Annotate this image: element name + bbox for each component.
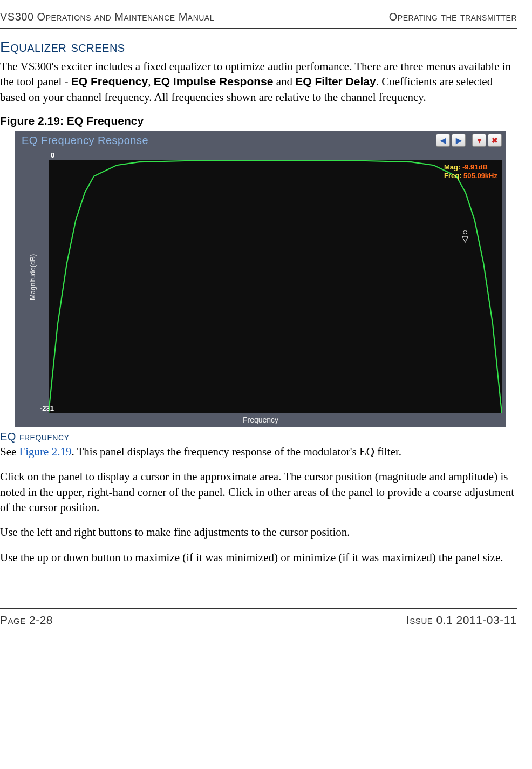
chart-plot-area[interactable]: Magnitude(dB) 0 -231 Mag: -9.91dB Freq: … (19, 150, 502, 413)
y-axis-gutter: Magnitude(dB) (19, 160, 49, 413)
intro-text-b: , (148, 75, 154, 88)
cursor-readout: Mag: -9.91dB Freq: 505.09kHz (444, 163, 497, 181)
chart-title: EQ Frequency Response (22, 134, 148, 147)
term-eq-impulse: EQ Impulse Response (154, 75, 274, 87)
readout-mag-label: Mag: (444, 163, 460, 171)
term-eq-frequency: EQ Frequency (71, 75, 148, 87)
intro-text-c: and (273, 75, 295, 88)
figure-caption: Figure 2.19: EQ Frequency (0, 114, 517, 127)
x-axis-label: Frequency (15, 413, 506, 427)
header-right: Operating the transmitter (389, 11, 517, 23)
body-p4: Use the left and right buttons to make f… (0, 525, 517, 540)
readout-freq-value: 505.09kHz (463, 172, 497, 180)
body-p5: Use the up or down button to maximize (i… (0, 550, 517, 565)
subsection-title: EQ frequency (0, 431, 517, 443)
chart-curve (49, 160, 502, 413)
close-button[interactable]: ✖ (488, 134, 502, 147)
cursor-left-button[interactable]: ◀ (436, 134, 450, 147)
header-divider (0, 28, 517, 29)
body-p2: See Figure 2.19. This panel displays the… (0, 444, 517, 459)
minimize-maximize-button[interactable]: ▾ (472, 134, 486, 147)
intro-paragraph: The VS300's exciter includes a fixed equ… (0, 59, 517, 105)
footer-right: Issue 0.1 2011-03-11 (406, 614, 517, 627)
term-eq-filter-delay: EQ Filter Delay (295, 75, 376, 87)
body-p2-a: See (0, 445, 19, 458)
chart-titlebar: EQ Frequency Response ◀ ▶ ▾ ✖ (15, 131, 506, 150)
y-tick-top: 0 (51, 151, 54, 159)
readout-mag-value: -9.91dB (462, 163, 488, 171)
header-left: VS300 Operations and Maintenance Manual (0, 11, 214, 23)
body-p2-b: . This panel displays the frequency resp… (71, 445, 401, 458)
cursor-marker-icon: ○▽ (462, 229, 468, 243)
readout-freq-label: Freq: (444, 172, 462, 180)
section-title: Equalizer screens (0, 38, 517, 56)
footer-left: Page 2-28 (0, 614, 53, 627)
eq-frequency-panel: EQ Frequency Response ◀ ▶ ▾ ✖ Magnitude(… (15, 131, 506, 427)
body-p3: Click on the panel to display a cursor i… (0, 469, 517, 515)
y-axis-label: Magnitude(dB) (29, 254, 37, 300)
figure-link[interactable]: Figure 2.19 (19, 445, 72, 458)
cursor-right-button[interactable]: ▶ (452, 134, 466, 147)
